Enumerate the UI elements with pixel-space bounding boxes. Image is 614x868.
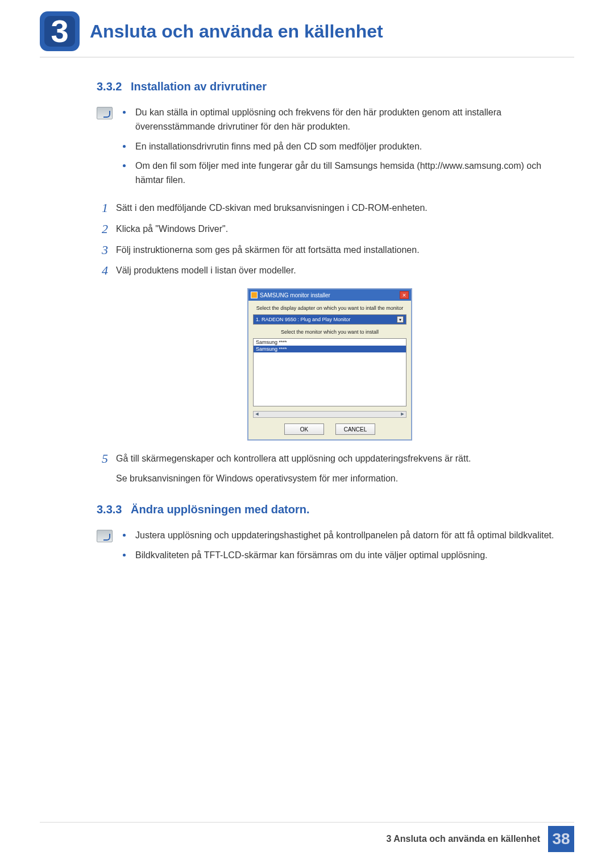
horizontal-scrollbar[interactable]: ◄ ► <box>253 411 406 418</box>
section-number: 3.3.3 <box>97 503 122 516</box>
step-item: 2 Klicka på "Windows Driver". <box>97 222 563 236</box>
chapter-badge-inner: 3 <box>44 16 75 47</box>
section-number: 3.3.2 <box>97 80 122 93</box>
steps-list-continued: 5 Gå till skärmegenskaper och kontroller… <box>97 452 563 486</box>
installer-label-adapter: Select the display adapter on which you … <box>253 305 406 311</box>
step-text: Sätt i den medföljande CD-skivan med bru… <box>116 201 563 215</box>
step-number: 3 <box>97 243 108 257</box>
note-item: Du kan ställa in optimal upplösning och … <box>123 106 563 134</box>
close-icon[interactable]: × <box>400 291 409 299</box>
installer-label-monitor: Select the monitor which you want to ins… <box>253 329 406 335</box>
adapter-select-value: 1. RADEON 9550 : Plug and Play Monitor <box>256 317 351 322</box>
note-item: Bildkvaliteten på TFT-LCD-skärmar kan fö… <box>123 549 563 563</box>
section-heading-332: 3.3.2 Installation av drivrutiner <box>97 80 563 93</box>
installer-titlebar: SAMSUNG monitor installer × <box>248 289 411 301</box>
step-item: 4 Välj produktens modell i listan över m… <box>97 264 563 278</box>
step-text: Välj produktens modell i listan över mod… <box>116 264 563 278</box>
step-item: 3 Följ instruktionerna som ges på skärme… <box>97 243 563 258</box>
adapter-select[interactable]: 1. RADEON 9550 : Plug and Play Monitor ▾ <box>253 314 406 325</box>
steps-list: 1 Sätt i den medföljande CD-skivan med b… <box>97 201 563 278</box>
step-number: 2 <box>97 222 108 236</box>
note-list-333: Justera upplösning och uppdateringshasti… <box>123 529 563 568</box>
note-item: Justera upplösning och uppdateringshasti… <box>123 529 563 543</box>
installer-body: Select the display adapter on which you … <box>248 301 411 439</box>
footer-text: 3 Ansluta och använda en källenhet <box>386 834 540 844</box>
step-text: Gå till skärmegenskaper och kontrollera … <box>116 452 563 486</box>
installer-title-left: SAMSUNG monitor installer <box>251 292 330 298</box>
cancel-button[interactable]: CANCEL <box>335 423 375 435</box>
step-number: 4 <box>97 264 108 277</box>
step-text: Klicka på "Windows Driver". <box>116 222 563 236</box>
installer-title-text: SAMSUNG monitor installer <box>260 292 330 298</box>
note-item: Om den fil som följer med inte fungerar … <box>123 159 563 188</box>
note-block-332: Du kan ställa in optimal upplösning och … <box>97 106 563 193</box>
chapter-badge: 3 <box>40 11 80 51</box>
step-number: 5 <box>97 452 108 466</box>
chapter-header: 3 Ansluta och använda en källenhet <box>40 11 574 57</box>
page-footer: 3 Ansluta och använda en källenhet 38 <box>386 826 574 852</box>
list-item[interactable]: Samsung **** <box>254 339 406 346</box>
chapter-number: 3 <box>51 15 68 47</box>
section-title: Installation av drivrutiner <box>131 80 267 93</box>
note-icon <box>97 107 113 119</box>
chapter-title: Ansluta och använda en källenhet <box>90 21 383 42</box>
manual-page: 3 Ansluta och använda en källenhet 3.3.2… <box>0 0 614 868</box>
installer-dialog: SAMSUNG monitor installer × Select the d… <box>247 288 412 441</box>
section-title: Ändra upplösningen med datorn. <box>131 503 309 516</box>
chevron-down-icon[interactable]: ▾ <box>397 316 404 323</box>
step-text-sub: Se bruksanvisningen för Windows operativ… <box>116 472 563 486</box>
note-icon <box>97 530 113 542</box>
ok-button[interactable]: OK <box>284 423 324 435</box>
step-item: 5 Gå till skärmegenskaper och kontroller… <box>97 452 563 486</box>
scroll-right-icon[interactable]: ► <box>399 412 406 417</box>
step-number: 1 <box>97 201 108 215</box>
page-number: 38 <box>552 830 570 848</box>
step-item: 1 Sätt i den medföljande CD-skivan med b… <box>97 201 563 215</box>
step-text: Följ instruktionerna som ges på skärmen … <box>116 243 563 258</box>
installer-button-row: OK CANCEL <box>253 423 406 435</box>
page-content: 3.3.2 Installation av drivrutiner Du kan… <box>40 80 574 568</box>
note-block-333: Justera upplösning och uppdateringshasti… <box>97 529 563 568</box>
footer-divider <box>40 822 574 823</box>
page-number-box: 38 <box>548 826 574 852</box>
note-list-332: Du kan ställa in optimal upplösning och … <box>123 106 563 193</box>
scroll-left-icon[interactable]: ◄ <box>254 412 260 417</box>
monitor-list[interactable]: Samsung **** Samsung **** <box>253 338 406 406</box>
installer-window-icon <box>251 292 258 298</box>
step-text-main: Gå till skärmegenskaper och kontrollera … <box>116 454 471 463</box>
note-item: En installationsdrivrutin finns med på d… <box>123 140 563 154</box>
list-item-selected[interactable]: Samsung **** <box>254 346 406 352</box>
section-heading-333: 3.3.3 Ändra upplösningen med datorn. <box>97 503 563 516</box>
